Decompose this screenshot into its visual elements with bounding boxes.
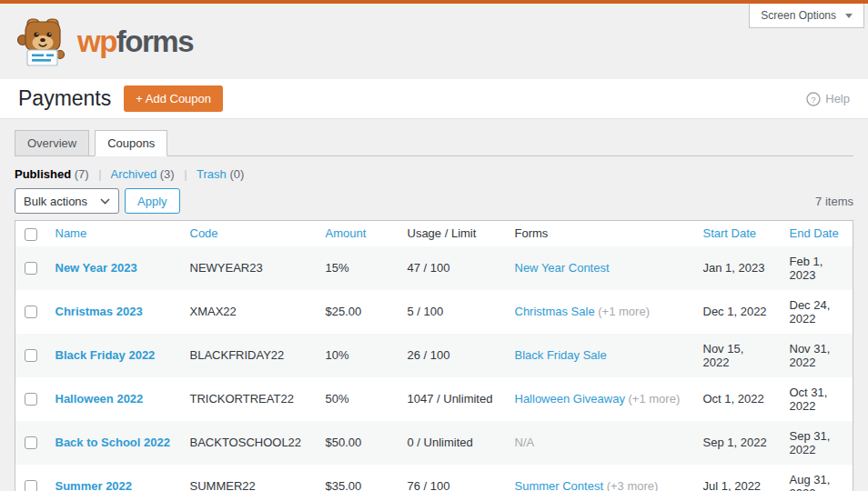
- wpforms-bear-mascot-icon: [16, 16, 69, 67]
- select-all-checkbox[interactable]: [25, 228, 37, 241]
- coupon-usage: 47 / 100: [408, 261, 450, 275]
- coupon-amount: $35.00: [326, 479, 362, 491]
- bulk-actions-label: Bulk actions: [24, 195, 87, 208]
- bulk-actions-select[interactable]: Bulk actions: [15, 188, 119, 214]
- coupon-row: Back to School 2022BACKTOSCHOOL22$50.000…: [15, 421, 853, 465]
- coupon-usage: 76 / 100: [408, 479, 450, 491]
- column-header-end-date[interactable]: End Date: [781, 221, 853, 246]
- coupon-amount: 10%: [326, 348, 349, 362]
- table-header-row: NameCodeAmountUsage / LimitFormsStart Da…: [15, 221, 853, 246]
- status-filter-list: Published (7) | Archived (3) | Trash (0): [15, 167, 853, 182]
- coupon-row: Summer 2022SUMMER22$35.0076 / 100Summer …: [15, 465, 853, 491]
- plugin-header: wpforms Screen Options: [0, 4, 868, 79]
- column-header-code[interactable]: Code: [181, 221, 317, 246]
- coupon-code: BLACKFRIDAY22: [190, 348, 285, 362]
- add-coupon-button[interactable]: + Add Coupon: [124, 85, 223, 112]
- coupon-code: SUMMER22: [190, 479, 256, 491]
- coupon-row: Black Friday 2022BLACKFRIDAY2210%26 / 10…: [15, 334, 853, 377]
- coupon-code: TRICKORTREAT22: [190, 392, 294, 406]
- row-checkbox[interactable]: [25, 480, 37, 491]
- coupon-form-extra: (+1 more): [629, 392, 681, 406]
- filter-separator: |: [98, 167, 101, 181]
- coupon-start-date: Jan 1, 2023: [703, 261, 765, 275]
- coupon-row: Halloween 2022TRICKORTREAT2250%1047 / Un…: [15, 377, 853, 421]
- coupon-row: Christmas 2023XMAX22$25.005 / 100Christm…: [15, 290, 853, 334]
- coupons-table: NameCodeAmountUsage / LimitFormsStart Da…: [15, 220, 853, 491]
- coupon-name-link[interactable]: New Year 2023: [56, 261, 137, 275]
- row-checkbox[interactable]: [25, 349, 37, 362]
- tab-overview[interactable]: Overview: [15, 130, 89, 156]
- filter-archived[interactable]: Archived (3): [111, 167, 175, 181]
- coupon-usage: 5 / 100: [408, 305, 444, 318]
- coupon-form-link[interactable]: Black Friday Sale: [515, 348, 607, 362]
- row-checkbox[interactable]: [25, 306, 37, 318]
- coupon-amount: 50%: [326, 392, 349, 406]
- coupons-table-head: NameCodeAmountUsage / LimitFormsStart Da…: [15, 221, 853, 246]
- coupon-usage: 26 / 100: [408, 348, 450, 362]
- coupon-row: New Year 2023NEWYEAR2315%47 / 100New Yea…: [15, 246, 853, 290]
- page-title: Payments: [18, 86, 111, 111]
- screen-options-label: Screen Options: [761, 9, 836, 22]
- coupon-form-link[interactable]: Christmas Sale: [515, 305, 595, 318]
- items-count: 7 items: [815, 195, 853, 208]
- row-checkbox[interactable]: [25, 262, 37, 275]
- filter-published[interactable]: Published (7): [15, 167, 89, 181]
- coupon-code: NEWYEAR23: [190, 261, 263, 275]
- column-header-start-date[interactable]: Start Date: [694, 221, 781, 246]
- coupon-code: XMAX22: [190, 305, 237, 318]
- page-header: Payments + Add Coupon ? Help: [0, 79, 868, 119]
- caret-down-icon: [845, 14, 853, 18]
- wpforms-wordmark: wpforms: [77, 26, 193, 56]
- apply-button[interactable]: Apply: [125, 188, 180, 214]
- help-label: Help: [825, 92, 850, 105]
- coupon-start-date: Jul 1, 2022: [703, 479, 762, 491]
- help-link[interactable]: ? Help: [806, 92, 850, 106]
- coupon-amount: $50.00: [326, 436, 362, 449]
- coupon-code: BACKTOSCHOOL22: [190, 436, 302, 449]
- wpforms-logo: wpforms: [16, 16, 193, 67]
- column-header-amount[interactable]: Amount: [317, 221, 399, 246]
- coupon-amount: $25.00: [326, 305, 362, 318]
- coupon-form-link[interactable]: Summer Contest: [515, 479, 604, 491]
- coupon-end-date: Feb 1, 2023: [790, 255, 823, 282]
- coupon-form-extra[interactable]: (+3 more): [607, 479, 659, 491]
- column-header-forms: Forms: [506, 221, 694, 246]
- column-header-usage-limit: Usage / Limit: [399, 221, 506, 246]
- tab-coupons[interactable]: Coupons: [95, 130, 167, 156]
- content-area: Overview Coupons Published (7) | Archive…: [0, 119, 868, 491]
- coupon-start-date: Oct 1, 2022: [703, 392, 764, 406]
- coupon-name-link[interactable]: Black Friday 2022: [56, 348, 156, 362]
- column-header-name[interactable]: Name: [46, 221, 181, 246]
- filter-trash[interactable]: Trash (0): [197, 167, 244, 181]
- coupon-form-link[interactable]: Halloween Giveaway: [515, 392, 625, 406]
- coupon-end-date: Sep 31, 2022: [790, 429, 831, 456]
- filter-separator: |: [184, 167, 187, 181]
- coupon-end-date: Aug 31, 2022: [790, 473, 831, 491]
- row-checkbox[interactable]: [25, 393, 37, 406]
- coupon-amount: 15%: [326, 261, 349, 275]
- payments-tabs: Overview Coupons: [15, 130, 853, 156]
- coupon-name-link[interactable]: Christmas 2023: [56, 305, 143, 318]
- coupon-name-link[interactable]: Back to School 2022: [56, 436, 170, 449]
- chevron-down-icon: [100, 198, 110, 205]
- svg-text:?: ?: [812, 94, 816, 104]
- coupon-form-extra: (+1 more): [598, 305, 650, 318]
- table-toolbar-top: Bulk actions Apply 7 items: [15, 188, 853, 214]
- coupon-start-date: Dec 1, 2022: [703, 305, 767, 318]
- screen-options-button[interactable]: Screen Options: [749, 4, 864, 28]
- coupon-name-link[interactable]: Halloween 2022: [56, 392, 144, 406]
- coupon-form-na: N/A: [515, 436, 535, 449]
- coupons-table-body: New Year 2023NEWYEAR2315%47 / 100New Yea…: [15, 246, 853, 491]
- coupon-form-link[interactable]: New Year Contest: [515, 261, 610, 275]
- coupon-name-link[interactable]: Summer 2022: [56, 479, 133, 491]
- row-checkbox[interactable]: [25, 436, 37, 449]
- help-question-icon: ?: [806, 92, 821, 106]
- coupon-start-date: Sep 1, 2022: [703, 436, 767, 449]
- coupon-usage: 0 / Unlimited: [408, 436, 473, 449]
- coupon-start-date: Nov 15, 2022: [703, 342, 744, 369]
- coupon-end-date: Nov 31, 2022: [790, 342, 831, 369]
- coupon-end-date: Oct 31, 2022: [790, 386, 828, 413]
- coupon-usage: 1047 / Unlimited: [408, 392, 493, 406]
- coupon-end-date: Dec 24, 2022: [790, 298, 831, 326]
